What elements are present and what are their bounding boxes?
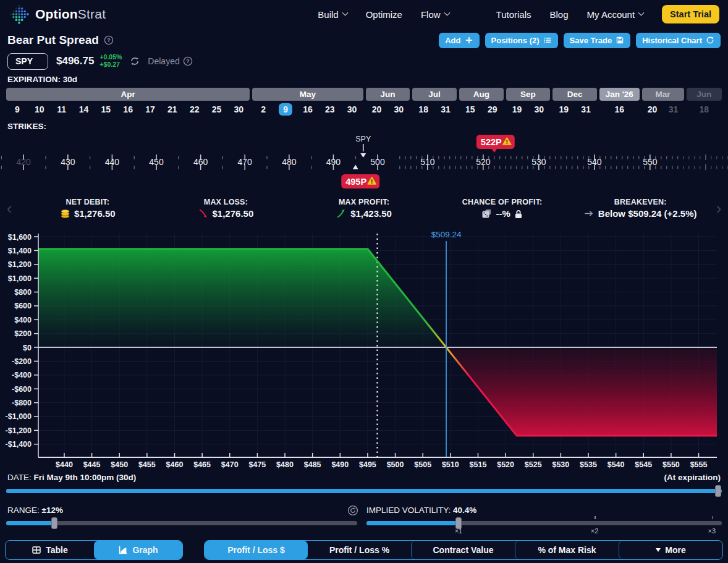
expiration-date[interactable]: 16	[298, 103, 317, 116]
date-slider-fill	[6, 489, 722, 493]
nav-item-build[interactable]: Build	[318, 9, 347, 20]
expiration-date-selected[interactable]: 9	[279, 103, 292, 116]
date-slider-handle[interactable]	[715, 485, 721, 497]
stat-value: $1,276.50	[19, 208, 157, 219]
iv-mark-label: ×3	[708, 527, 716, 535]
tab-profit-loss[interactable]: Profit / Loss $	[205, 541, 308, 559]
nav-item-optimize[interactable]: Optimize	[366, 9, 402, 20]
expiration-date[interactable]: 19	[508, 103, 527, 116]
pl-chart[interactable]: $509.24-$1,400-$1,200-$1,000-$800-$600-$…	[0, 227, 728, 471]
tab-table[interactable]: Table	[6, 541, 94, 559]
stat-value: $1,276.50	[157, 208, 295, 219]
tab-profit-loss[interactable]: Profit / Loss %	[308, 541, 411, 559]
range-slider[interactable]	[6, 521, 357, 525]
month-bar[interactable]: May	[252, 88, 363, 101]
x-axis-label: $450	[111, 460, 128, 469]
expiration-date[interactable]: 10	[30, 103, 49, 116]
expiration-date[interactable]: 29	[483, 103, 502, 116]
reset-iv-icon[interactable]	[347, 505, 358, 516]
expiration-date[interactable]: 20	[643, 103, 662, 116]
help-icon[interactable]: ?	[104, 35, 114, 45]
nav-item-flow[interactable]: Flow	[421, 9, 449, 20]
month-bar[interactable]: Apr	[6, 88, 250, 101]
expiration-date[interactable]: 16	[119, 103, 137, 116]
month-bar[interactable]: Jul	[412, 88, 457, 101]
expiration-date[interactable]: 22	[185, 103, 204, 116]
caret-down-icon	[656, 548, 661, 552]
expiration-date[interactable]: 20	[368, 103, 386, 116]
expiration-date[interactable]: 2	[256, 103, 270, 116]
positions-2--button[interactable]: Positions (2)	[485, 33, 558, 48]
expiration-date[interactable]: 18	[695, 103, 714, 116]
month-bar[interactable]: Aug	[459, 88, 504, 101]
view-tab-group: TableGraph	[5, 540, 183, 560]
nav-item-my-account[interactable]: My Account	[587, 9, 644, 20]
stat-label: NET DEBIT:	[19, 198, 157, 206]
expiration-date[interactable]: 15	[97, 103, 116, 116]
expiration-date[interactable]: 16	[610, 103, 629, 116]
expiration-date[interactable]: 18	[414, 103, 433, 116]
tab--of-max-risk[interactable]: % of Max Risk	[515, 541, 619, 559]
month-bar[interactable]: Sep	[506, 88, 551, 101]
expiration-date[interactable]: 9	[11, 103, 24, 116]
expiration-date[interactable]: 30	[530, 103, 549, 116]
x-axis-label: $555	[690, 460, 708, 469]
historical-chart-button[interactable]: Historical Chart	[636, 33, 721, 48]
month-bar[interactable]: Jun	[366, 88, 410, 101]
expiration-date[interactable]: 17	[141, 103, 159, 116]
x-axis-label: $490	[331, 460, 349, 469]
delayed-help-icon[interactable]: ?	[183, 56, 193, 66]
profit-area	[38, 249, 446, 347]
iv-mark-tick	[712, 516, 713, 519]
leg-badge-495P[interactable]: 495P	[341, 174, 379, 188]
refresh-icon[interactable]	[130, 56, 140, 66]
stats-next-arrow[interactable]: ›	[709, 200, 728, 216]
nav-item-blog[interactable]: Blog	[550, 9, 569, 20]
iv-slider[interactable]: ×1×2×3	[366, 521, 722, 525]
iv-mark-tick	[595, 516, 596, 519]
expiration-date[interactable]: 30	[390, 103, 408, 116]
range-slider-handle[interactable]	[51, 517, 57, 529]
month-bar[interactable]: Dec	[552, 88, 597, 101]
stat-label: MAX PROFIT:	[295, 198, 433, 206]
stats-prev-arrow[interactable]: ‹	[0, 200, 19, 216]
leg-badge-522P[interactable]: 522P	[476, 135, 515, 153]
tab-graph[interactable]: Graph	[94, 541, 182, 559]
x-axis-label: $505	[414, 460, 431, 469]
tab-contract-value[interactable]: Contract Value	[411, 541, 515, 559]
date-slider[interactable]	[6, 489, 722, 493]
strike-tick-label: 430	[61, 157, 75, 167]
month-bar[interactable]: Jan '26	[599, 88, 640, 101]
expiration-date[interactable]: 30	[343, 103, 362, 116]
tab-more[interactable]: More	[619, 541, 722, 559]
expiration-date[interactable]: 19	[554, 103, 573, 116]
symbol-input[interactable]: SPY	[7, 53, 48, 70]
y-axis-label: $400	[14, 316, 32, 324]
expiration-date[interactable]: 31	[664, 103, 683, 116]
expiration-date[interactable]: 31	[436, 103, 455, 116]
nav-item-tutorials[interactable]: Tutorials	[496, 9, 531, 20]
iv-value: 40.4%	[453, 506, 476, 515]
expiration-date[interactable]: 23	[321, 103, 339, 116]
expiration-date[interactable]: 25	[208, 103, 226, 116]
strike-tick-label: 500	[370, 157, 385, 167]
expiration-date[interactable]: 14	[75, 103, 93, 116]
strike-handle-icon	[353, 165, 358, 170]
month-aug: Aug1529	[459, 88, 504, 116]
expiration-date[interactable]: 31	[577, 103, 595, 116]
save-trade-button[interactable]: Save Trade	[564, 33, 631, 48]
y-axis-label: $1,200	[8, 260, 32, 269]
optionstrat-logo[interactable]: OptionStrat	[9, 4, 106, 25]
expiration-date[interactable]: 30	[230, 103, 248, 116]
add-button[interactable]: Add	[439, 33, 479, 48]
expiration-date[interactable]: 11	[53, 103, 70, 116]
chevron-down-icon	[444, 9, 450, 15]
expiration-date[interactable]: 21	[163, 103, 182, 116]
month-bar[interactable]: Jun	[687, 88, 722, 101]
strike-ruler[interactable]: 4204304404504604704804905005105205305405…	[0, 133, 728, 193]
x-axis-label: $495	[359, 460, 376, 469]
range-value: ±12%	[42, 506, 63, 515]
expiration-date[interactable]: 15	[461, 103, 480, 116]
month-bar[interactable]: Mar	[642, 88, 684, 101]
start-trial-button[interactable]: Start Trial	[662, 5, 719, 23]
